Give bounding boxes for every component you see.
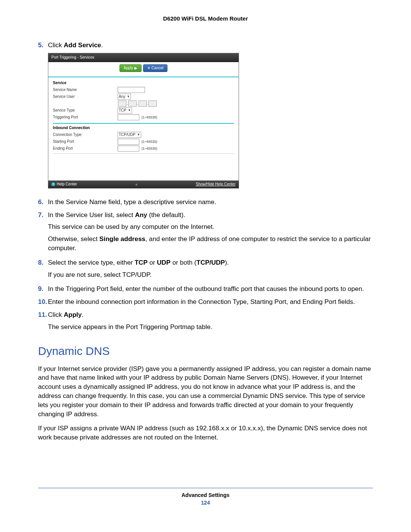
bold-text: TCP [135, 259, 148, 266]
connection-type-select[interactable]: TCP/UDP▼ [118, 132, 141, 138]
paragraph: If your ISP assigns a private WAN IP add… [38, 424, 373, 442]
step-text: In the Service User list, select Any (th… [48, 211, 373, 220]
bold-text: Add Service [64, 42, 101, 49]
text: (the default). [147, 211, 185, 219]
step-number: 8. [38, 258, 48, 267]
hint-text: (1~65535) [142, 115, 157, 120]
step-text: In the Service Name field, type a descri… [48, 198, 373, 207]
footer-divider [38, 488, 373, 488]
sub-text: If you are not sure, select TCP/UDP. [48, 270, 373, 280]
help-icon: ? [51, 182, 55, 186]
hint-text: (1~65535) [142, 146, 157, 151]
footer-label: Advanced Settings [38, 492, 373, 498]
step-number: 11. [38, 310, 48, 320]
select-value: Any [119, 94, 125, 99]
chevron-down-icon: ▼ [137, 133, 140, 137]
step-text: Click Apply. [48, 310, 373, 320]
text: Click [48, 311, 64, 318]
bold-text: UDP [157, 259, 170, 266]
blank-area [53, 153, 234, 181]
text: . [82, 311, 84, 318]
step-text: Click Add Service. [48, 41, 373, 50]
cancel-button[interactable]: ✕ Cancel [143, 64, 167, 72]
text: or both ( [170, 259, 196, 266]
hint-text: (1~65535) [142, 139, 157, 144]
text: Otherwise, select [48, 235, 99, 243]
show-hide-help-link[interactable]: Show/Hide Help Center [196, 182, 236, 187]
help-center-button[interactable]: ? Help Center [51, 182, 77, 187]
step-number: 9. [38, 284, 48, 294]
divider [53, 123, 234, 124]
ending-port-input[interactable] [118, 145, 139, 152]
text: . [101, 42, 103, 49]
ip-octet-input[interactable] [118, 101, 126, 107]
triggering-port-input[interactable] [118, 114, 139, 120]
page-number: 124 [38, 500, 373, 506]
step-number: 6. [38, 198, 48, 207]
field-label: Triggering Port [53, 115, 118, 120]
service-name-input[interactable] [118, 87, 145, 93]
bold-text: Any [135, 211, 147, 219]
panel-title: Port Triggering - Services [48, 53, 239, 62]
field-label: Starting Port [53, 139, 118, 144]
text: In the Service User list, select [48, 211, 135, 219]
service-user-select[interactable]: Any▼ [118, 94, 131, 100]
sub-text: The service appears in the Port Triggeri… [48, 323, 373, 332]
ip-octet-input[interactable] [139, 101, 147, 107]
paragraph: If your Internet service provider (ISP) … [38, 364, 373, 419]
text: or [148, 259, 157, 266]
inbound-heading: Inbound Connection [53, 125, 234, 131]
help-label: Help Center [57, 182, 77, 187]
select-value: TCP/UDP [119, 132, 135, 137]
sub-text: Otherwise, select Single address, and en… [48, 235, 373, 253]
field-label: Service User [53, 94, 118, 99]
field-label: Service Type [53, 108, 118, 113]
field-label: Connection Type: [53, 132, 118, 137]
bold-text: Apply [64, 311, 82, 318]
step-text: Select the service type, either TCP or U… [48, 258, 373, 267]
document-title: D6200 WiFi DSL Modem Router [38, 15, 373, 22]
step-number: 7. [38, 211, 48, 220]
select-value: TCP [119, 108, 126, 113]
service-type-select[interactable]: TCP▼ [118, 107, 132, 113]
bold-text: Single address [99, 235, 145, 243]
service-heading: Service [53, 80, 234, 86]
bold-text: TCP/UDP [196, 259, 225, 266]
chevron-down-icon: ▼ [128, 108, 131, 112]
sub-text: This service can be used by any computer… [48, 222, 373, 232]
ip-octet-input[interactable] [128, 101, 137, 107]
section-heading: Dynamic DNS [38, 345, 373, 358]
field-label: Service Name [53, 87, 118, 93]
step-number: 5. [38, 41, 48, 50]
starting-port-input[interactable] [118, 139, 139, 145]
apply-button[interactable]: Apply ▶ [119, 64, 142, 72]
step-number: 10. [38, 297, 48, 307]
text: ). [225, 259, 229, 266]
expand-icon[interactable]: ▲ [134, 182, 138, 187]
field-label: Ending Port [53, 146, 118, 151]
screenshot-panel: Port Triggering - Services Apply ▶ ✕ Can… [48, 53, 239, 189]
ip-octet-input[interactable] [148, 101, 157, 107]
text: Select the service type, either [48, 259, 135, 266]
chevron-down-icon: ▼ [127, 94, 130, 99]
step-text: In the Triggering Port field, enter the … [48, 284, 373, 294]
text: Click [48, 42, 64, 49]
step-text: Enter the inbound connection port inform… [48, 297, 373, 307]
